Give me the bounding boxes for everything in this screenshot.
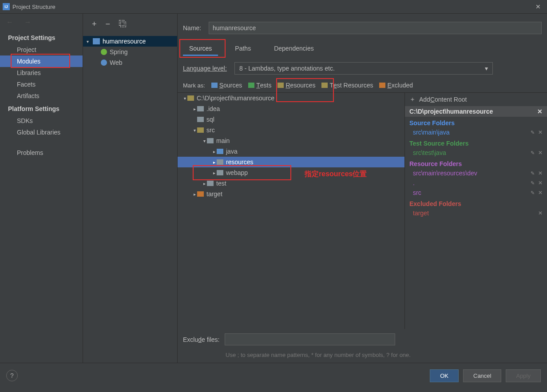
add-module-icon[interactable]: + [92,20,97,29]
test-folders-head: Test Source Folders [405,137,547,148]
resource-folder-item[interactable]: src\main\resources\dev✎✕ [405,168,547,178]
facet-web[interactable]: Web [83,57,177,68]
nav-global-libraries[interactable]: Global Libraries [0,127,83,138]
nav-back-icon[interactable]: ← [6,18,13,26]
folder-icon [211,83,218,88]
modules-panel: + − ⿻ ▾ humanresource Spring Web [83,14,178,363]
folder-icon [217,159,223,165]
tab-paths[interactable]: Paths [229,42,257,56]
content-roots-panel: ＋Add Content Root C:\D\project\humanreso… [404,92,547,329]
content-root-path[interactable]: C:\D\project\humanresource✕ [405,106,547,117]
source-folder-item[interactable]: src\main\java✎✕ [405,127,547,137]
close-icon[interactable]: ✕ [532,3,544,10]
ctree-java[interactable]: ▸java [178,146,404,157]
resource-folder-item[interactable]: src✎✕ [405,188,547,198]
plus-icon: ＋ [409,95,416,103]
left-nav: ← → Project Settings Project Modules Lib… [0,14,83,363]
tab-dependencies[interactable]: Dependencies [268,42,320,56]
folder-icon [379,83,385,88]
resource-folder-item[interactable]: .✎✕ [405,178,547,188]
close-icon[interactable]: ✕ [538,150,543,156]
modules-toolbar: + − ⿻ [83,14,177,34]
resource-folders-head: Resource Folders [405,158,547,168]
folder-icon [187,95,194,101]
pencil-icon[interactable]: ✎ [531,170,535,176]
nav-forward-icon[interactable]: → [24,18,31,26]
exclude-files-label: Exclude files: [183,336,225,343]
folder-icon [217,170,223,175]
ctree-webapp[interactable]: ▸webapp [178,167,404,178]
ctree-sql[interactable]: sql [178,114,404,125]
cancel-button[interactable]: Cancel [463,369,501,382]
pencil-icon[interactable]: ✎ [531,130,535,135]
folder-icon [197,127,204,133]
close-icon[interactable]: ✕ [538,180,543,186]
close-icon[interactable]: ✕ [537,108,543,115]
folder-icon [217,149,223,154]
exclude-files-input[interactable] [225,333,395,345]
spring-icon [101,49,107,55]
nav-modules[interactable]: Modules [0,55,83,67]
titlebar: IJ Project Structure ✕ [0,0,547,14]
mark-sources[interactable]: Sources [211,82,242,89]
markas-label: Mark as: [183,82,205,89]
mark-excluded[interactable]: Excluded [379,82,413,89]
nav-sdks[interactable]: SDKs [0,115,83,127]
exclude-hint: Use ; to separate name patterns, * for a… [178,350,417,363]
close-icon[interactable]: ✕ [538,190,543,196]
section-project-settings: Project Settings [0,31,83,44]
ok-button[interactable]: OK [430,369,459,382]
module-name-input[interactable] [209,22,542,34]
copy-module-icon[interactable]: ⿻ [119,20,127,29]
pencil-icon[interactable]: ✎ [531,180,535,186]
folder-icon [277,83,284,88]
ctree-idea[interactable]: ▸.idea [178,103,404,114]
ctree-root[interactable]: ▾C:\D\project\humanresource [178,93,404,103]
add-content-root-button[interactable]: ＋Add Content Root [405,93,547,106]
folder-icon [197,191,204,197]
window-title: Project Structure [12,4,532,10]
module-label: humanresource [103,38,146,45]
module-root[interactable]: ▾ humanresource [83,36,177,47]
pencil-icon[interactable]: ✎ [531,150,535,156]
mark-resources[interactable]: Resources [277,82,315,89]
mark-tests[interactable]: Tests [248,82,271,89]
ctree-main[interactable]: ▾main [178,135,404,146]
close-icon[interactable]: ✕ [538,210,543,216]
help-icon[interactable]: ? [6,370,18,381]
language-level-select[interactable]: 8 - Lambdas, type annotations etc. ▾ [234,62,493,75]
nav-problems[interactable]: Problems [0,147,83,158]
test-folder-item[interactable]: src\test\java✎✕ [405,148,547,158]
facet-spring[interactable]: Spring [83,47,177,57]
folder-icon [197,106,204,111]
module-icon [93,38,100,44]
nav-artifacts[interactable]: Artifacts [0,90,83,102]
nav-facets[interactable]: Facets [0,79,83,90]
mark-test-resources[interactable]: Test Resources [321,82,373,89]
content-tree: ▾C:\D\project\humanresource ▸.idea sql ▾… [178,92,404,329]
content-panel: Name: Sources Paths Dependencies Languag… [178,14,547,363]
ctree-test[interactable]: ▸test [178,178,404,189]
folder-icon [207,138,214,143]
folder-icon [321,83,328,88]
excluded-folder-item[interactable]: target✕ [405,208,547,218]
language-level-label: Language level: [183,65,234,72]
close-icon[interactable]: ✕ [538,170,543,176]
ctree-target[interactable]: ▸target [178,189,404,199]
name-label: Name: [183,24,209,32]
pencil-icon[interactable]: ✎ [531,190,535,196]
folder-icon [197,117,204,122]
app-icon: IJ [3,3,10,10]
ctree-src[interactable]: ▾src [178,125,404,135]
nav-project[interactable]: Project [0,44,83,55]
remove-module-icon[interactable]: − [106,20,111,29]
ctree-resources[interactable]: ▸resources [178,157,404,167]
nav-history: ← → [0,14,83,31]
close-icon[interactable]: ✕ [538,129,543,135]
nav-libraries[interactable]: Libraries [0,67,83,79]
folder-icon [248,83,254,88]
apply-button[interactable]: Apply [506,369,541,382]
web-icon [101,59,107,66]
tab-sources[interactable]: Sources [183,42,218,56]
chevron-down-icon[interactable]: ▾ [87,39,91,44]
